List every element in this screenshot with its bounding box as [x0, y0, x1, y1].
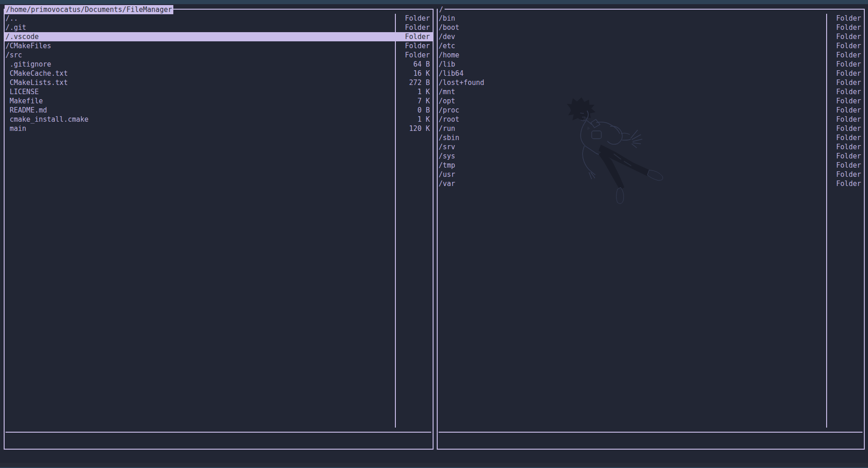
- file-name: README.md: [5, 106, 396, 115]
- file-name: /mnt: [438, 87, 827, 96]
- file-name: /.git: [5, 23, 396, 32]
- file-row[interactable]: /libFolder: [438, 60, 864, 69]
- file-name: CMakeLists.txt: [5, 78, 396, 87]
- file-name: /tmp: [438, 161, 827, 170]
- file-row[interactable]: /devFolder: [438, 32, 864, 41]
- file-name: /lost+found: [438, 78, 827, 87]
- file-row[interactable]: /homeFolder: [438, 51, 864, 60]
- file-row[interactable]: /usrFolder: [438, 170, 864, 179]
- file-size: Folder: [827, 124, 864, 133]
- file-row[interactable]: /CMakeFilesFolder: [5, 41, 433, 51]
- file-size: Folder: [827, 179, 864, 188]
- left-panel-path-title: /home/primovocatus/Documents/FileManager: [5, 5, 173, 14]
- file-row[interactable]: /runFolder: [438, 124, 864, 133]
- file-name: /src: [5, 51, 396, 60]
- file-name: main: [5, 124, 396, 133]
- file-name: /srv: [438, 142, 827, 152]
- right-panel-size-column-separator: [826, 14, 827, 428]
- file-name: /..: [5, 14, 396, 23]
- file-name: /CMakeFiles: [5, 41, 396, 51]
- file-row[interactable]: /sysFolder: [438, 152, 864, 161]
- left-panel-size-column-separator: [395, 14, 396, 428]
- file-size: Folder: [827, 115, 864, 124]
- file-row[interactable]: /optFolder: [438, 96, 864, 106]
- file-size: Folder: [396, 32, 433, 41]
- file-name: /sbin: [438, 133, 827, 142]
- file-row[interactable]: CMakeLists.txt272 B: [5, 78, 433, 87]
- file-size: Folder: [827, 14, 864, 23]
- file-row[interactable]: /bootFolder: [438, 23, 864, 32]
- file-name: /boot: [438, 23, 827, 32]
- file-size: Folder: [396, 51, 433, 60]
- file-size: 16 K: [396, 69, 433, 78]
- file-row[interactable]: CMakeCache.txt16 K: [5, 69, 433, 78]
- file-size: Folder: [827, 133, 864, 142]
- file-row[interactable]: /srcFolder: [5, 51, 433, 60]
- file-size: 7 K: [396, 96, 433, 106]
- right-panel-path-title: /: [438, 5, 445, 14]
- file-name: /run: [438, 124, 827, 133]
- file-name: /.vscode: [5, 32, 396, 41]
- file-size: Folder: [827, 106, 864, 115]
- file-name: /etc: [438, 41, 827, 51]
- file-name: /proc: [438, 106, 827, 115]
- file-size: Folder: [396, 14, 433, 23]
- file-size: Folder: [827, 142, 864, 152]
- file-row[interactable]: /lost+foundFolder: [438, 78, 864, 87]
- file-name: /home: [438, 51, 827, 60]
- file-size: Folder: [827, 23, 864, 32]
- file-row[interactable]: /..Folder: [5, 14, 433, 23]
- file-row[interactable]: .gitignore64 B: [5, 60, 433, 69]
- file-row[interactable]: /etcFolder: [438, 41, 864, 51]
- left-panel-status-separator: [6, 432, 431, 433]
- file-size: Folder: [827, 152, 864, 161]
- file-size: Folder: [827, 96, 864, 106]
- file-row[interactable]: /binFolder: [438, 14, 864, 23]
- file-size: Folder: [827, 161, 864, 170]
- file-size: 64 B: [396, 60, 433, 69]
- file-size: 272 B: [396, 78, 433, 87]
- file-name: /usr: [438, 170, 827, 179]
- file-row[interactable]: /lib64Folder: [438, 69, 864, 78]
- file-row[interactable]: /srvFolder: [438, 142, 864, 152]
- file-size: 1 K: [396, 115, 433, 124]
- file-name: /lib64: [438, 69, 827, 78]
- file-row[interactable]: Makefile7 K: [5, 96, 433, 106]
- file-name: /bin: [438, 14, 827, 23]
- file-row[interactable]: /.gitFolder: [5, 23, 433, 32]
- file-row[interactable]: /sbinFolder: [438, 133, 864, 142]
- window-top-bar: [0, 0, 868, 4]
- file-row[interactable]: /rootFolder: [438, 115, 864, 124]
- file-row[interactable]: LICENSE1 K: [5, 87, 433, 96]
- file-row[interactable]: cmake_install.cmake1 K: [5, 115, 433, 124]
- file-size: Folder: [827, 170, 864, 179]
- file-name: /dev: [438, 32, 827, 41]
- file-size: 0 B: [396, 106, 433, 115]
- file-name: CMakeCache.txt: [5, 69, 396, 78]
- file-size: Folder: [827, 51, 864, 60]
- file-size: Folder: [827, 87, 864, 96]
- right-file-panel: /: [437, 9, 865, 450]
- file-row[interactable]: /tmpFolder: [438, 161, 864, 170]
- file-row[interactable]: /varFolder: [438, 179, 864, 188]
- file-name: /sys: [438, 152, 827, 161]
- file-name: LICENSE: [5, 87, 396, 96]
- file-size: Folder: [827, 41, 864, 51]
- file-size: Folder: [827, 69, 864, 78]
- file-row[interactable]: /procFolder: [438, 106, 864, 115]
- right-panel-status-separator: [439, 432, 862, 433]
- file-row[interactable]: /mntFolder: [438, 87, 864, 96]
- file-size: Folder: [396, 41, 433, 51]
- file-size: Folder: [827, 60, 864, 69]
- left-file-panel: /home/primovocatus/Documents/FileManager…: [4, 9, 434, 450]
- file-name: /var: [438, 179, 827, 188]
- file-row[interactable]: /.vscodeFolder: [5, 32, 433, 41]
- file-size: Folder: [827, 32, 864, 41]
- left-panel-file-list: /..Folder/.gitFolder/.vscodeFolder/CMake…: [5, 14, 433, 133]
- right-panel-file-list: /binFolder/bootFolder/devFolder/etcFolde…: [438, 14, 864, 188]
- file-name: Makefile: [5, 96, 396, 106]
- file-row[interactable]: main120 K: [5, 124, 433, 133]
- file-row[interactable]: README.md0 B: [5, 106, 433, 115]
- file-size: Folder: [827, 78, 864, 87]
- window-bottom-bar: [0, 463, 868, 468]
